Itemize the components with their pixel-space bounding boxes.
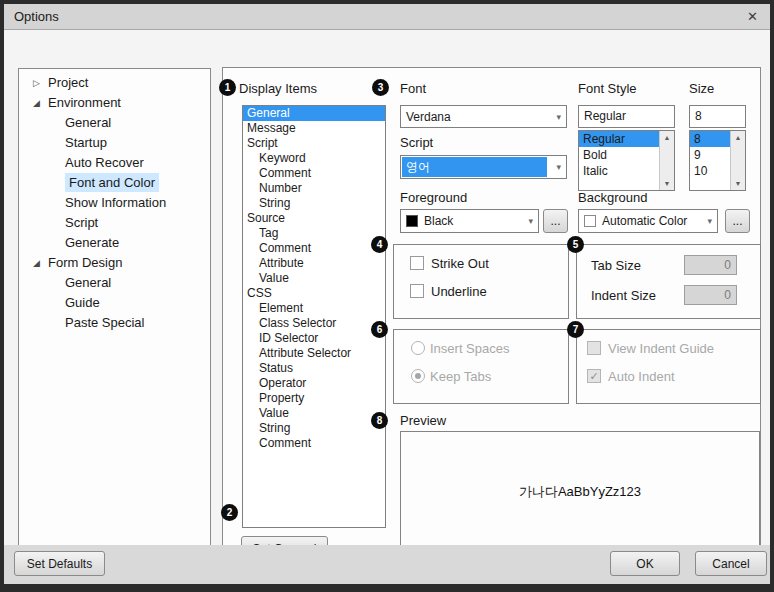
display-item-operator[interactable]: Operator <box>243 376 385 391</box>
close-icon[interactable]: ✕ <box>747 9 758 24</box>
spacing-group: Insert Spaces Keep Tabs <box>393 329 569 404</box>
display-item-property[interactable]: Property <box>243 391 385 406</box>
scroll-down-icon[interactable]: ▼ <box>731 180 745 187</box>
display-item-attribute[interactable]: Attribute <box>243 256 385 271</box>
font-size-list[interactable]: 8910 ▲ ▼ <box>689 130 746 191</box>
keep-tabs-radio[interactable] <box>411 369 425 383</box>
tree-item-show-information[interactable]: Show Information <box>19 193 210 213</box>
foreground-color-combobox[interactable]: Black ▾ <box>400 209 539 233</box>
chevron-down-icon[interactable]: ▾ <box>556 162 561 172</box>
indent-size-label: Indent Size <box>591 288 656 303</box>
foreground-more-button[interactable]: ... <box>543 209 568 233</box>
font-size-options[interactable]: 8910 <box>690 131 730 190</box>
scroll-up-icon[interactable]: ▲ <box>660 134 674 141</box>
tree-item-guide[interactable]: Guide <box>19 293 210 313</box>
tree-item-generate[interactable]: Generate <box>19 233 210 253</box>
scrollbar[interactable]: ▲ ▼ <box>730 131 745 190</box>
display-item-comment[interactable]: Comment <box>243 241 385 256</box>
view-indent-guide-checkbox[interactable] <box>587 341 601 355</box>
set-defaults-button[interactable]: Set Defaults <box>14 551 105 576</box>
indent-size-input[interactable]: 0 <box>684 285 737 305</box>
display-item-attribute-selector[interactable]: Attribute Selector <box>243 346 385 361</box>
display-item-status[interactable]: Status <box>243 361 385 376</box>
foreground-label: Foreground <box>400 190 467 205</box>
display-item-general[interactable]: General <box>243 106 385 121</box>
tree-item-label: Guide <box>65 295 100 310</box>
tree-item-general[interactable]: General <box>19 113 210 133</box>
tree-item-startup[interactable]: Startup <box>19 133 210 153</box>
effects-group: Strike Out Underline <box>393 244 569 319</box>
background-value: Automatic Color <box>602 214 687 228</box>
tree-item-script[interactable]: Script <box>19 213 210 233</box>
display-item-class-selector[interactable]: Class Selector <box>243 316 385 331</box>
step-badge-4: 4 <box>371 236 388 253</box>
tree-item-general[interactable]: General <box>19 273 210 293</box>
step-badge-2: 2 <box>221 504 238 521</box>
display-item-tag[interactable]: Tag <box>243 226 385 241</box>
style-option-italic[interactable]: Italic <box>579 163 659 179</box>
display-item-comment[interactable]: Comment <box>243 436 385 451</box>
font-style-list[interactable]: RegularBoldItalic ▲ ▼ <box>578 130 675 191</box>
font-size-input[interactable]: 8 <box>689 105 746 128</box>
scrollbar[interactable]: ▲ ▼ <box>659 131 674 190</box>
tree-item-paste-special[interactable]: Paste Special <box>19 313 210 333</box>
display-item-value[interactable]: Value <box>243 406 385 421</box>
display-item-string[interactable]: String <box>243 196 385 211</box>
insert-spaces-radio[interactable] <box>411 341 425 355</box>
display-item-value[interactable]: Value <box>243 271 385 286</box>
triangle-collapsed-icon[interactable]: ▷ <box>33 73 48 93</box>
display-item-css[interactable]: CSS <box>243 286 385 301</box>
auto-indent-checkbox[interactable]: ✓ <box>587 369 601 383</box>
tree-item-font-and-color[interactable]: Font and Color <box>19 173 210 193</box>
display-item-id-selector[interactable]: ID Selector <box>243 331 385 346</box>
triangle-expanded-icon[interactable]: ◢ <box>33 93 48 113</box>
tree-item-label: Project <box>48 75 88 90</box>
scroll-down-icon[interactable]: ▼ <box>660 180 674 187</box>
radio-dot <box>415 373 421 379</box>
background-swatch <box>584 215 596 227</box>
style-option-bold[interactable]: Bold <box>579 147 659 163</box>
step-badge-8: 8 <box>371 412 388 429</box>
background-color-combobox[interactable]: Automatic Color ▾ <box>578 209 718 233</box>
chevron-down-icon[interactable]: ▾ <box>528 216 533 226</box>
background-more-button[interactable]: ... <box>725 209 750 233</box>
font-color-page: 1 Display Items GeneralMessageScriptKeyw… <box>222 67 761 571</box>
font-family-value: Verdana <box>406 106 451 127</box>
display-item-script[interactable]: Script <box>243 136 385 151</box>
tree-item-environment[interactable]: ◢Environment <box>19 93 210 113</box>
strike-out-checkbox[interactable] <box>410 256 424 270</box>
ok-button[interactable]: OK <box>610 551 680 576</box>
font-family-combobox[interactable]: Verdana ▾ <box>400 105 567 128</box>
font-style-options[interactable]: RegularBoldItalic <box>579 131 659 190</box>
font-style-input[interactable]: Regular <box>578 105 675 128</box>
display-item-comment[interactable]: Comment <box>243 166 385 181</box>
script-combobox[interactable]: 영어 ▾ <box>400 155 567 179</box>
display-item-element[interactable]: Element <box>243 301 385 316</box>
display-items-list[interactable]: GeneralMessageScriptKeywordCommentNumber… <box>242 105 386 528</box>
chevron-down-icon[interactable]: ▾ <box>707 216 712 226</box>
style-option-regular[interactable]: Regular <box>579 131 659 147</box>
display-item-message[interactable]: Message <box>243 121 385 136</box>
underline-checkbox[interactable] <box>410 284 424 298</box>
window-title: Options <box>14 9 59 24</box>
size-option-8[interactable]: 8 <box>690 131 730 147</box>
display-item-keyword[interactable]: Keyword <box>243 151 385 166</box>
tree-item-form-design[interactable]: ◢Form Design <box>19 253 210 273</box>
chevron-down-icon[interactable]: ▾ <box>556 112 561 122</box>
size-option-9[interactable]: 9 <box>690 147 730 163</box>
scroll-up-icon[interactable]: ▲ <box>731 134 745 141</box>
tree-item-label: Environment <box>48 95 121 110</box>
triangle-expanded-icon[interactable]: ◢ <box>33 253 48 273</box>
title-bar[interactable]: Options ✕ <box>4 4 770 30</box>
tab-size-input[interactable]: 0 <box>684 255 737 275</box>
keep-tabs-label: Keep Tabs <box>430 369 491 384</box>
background-label: Background <box>578 190 647 205</box>
display-item-string[interactable]: String <box>243 421 385 436</box>
display-item-number[interactable]: Number <box>243 181 385 196</box>
options-tree: ▷Project◢EnvironmentGeneralStartupAuto R… <box>18 68 211 571</box>
tree-item-auto-recover[interactable]: Auto Recover <box>19 153 210 173</box>
size-option-10[interactable]: 10 <box>690 163 730 179</box>
cancel-button[interactable]: Cancel <box>695 551 767 576</box>
tree-item-project[interactable]: ▷Project <box>19 73 210 93</box>
display-item-source[interactable]: Source <box>243 211 385 226</box>
